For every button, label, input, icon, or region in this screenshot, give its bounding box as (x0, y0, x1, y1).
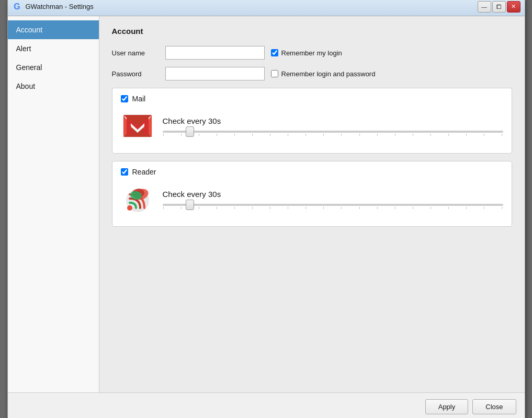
titlebar-left: G GWatchman - Settings (12, 2, 94, 12)
remember-login-password-checkbox[interactable] (271, 70, 278, 77)
section-title: Account (112, 27, 512, 36)
sidebar-item-account[interactable]: Account (8, 20, 99, 39)
close-button[interactable]: Close (472, 399, 516, 414)
mail-service-checkbox[interactable] (121, 95, 128, 102)
username-label: User name (112, 49, 159, 57)
mail-slider-container (163, 131, 503, 136)
sidebar-item-alert[interactable]: Alert (8, 39, 99, 58)
username-input[interactable] (165, 46, 265, 60)
main-body: Account Alert General About Account User… (8, 16, 525, 392)
mail-service-controls: Check every 30s (163, 117, 503, 136)
close-window-button[interactable]: ✕ (507, 1, 520, 13)
reader-service-checkbox[interactable] (121, 168, 128, 176)
app-icon: G (12, 2, 22, 12)
password-input[interactable] (165, 67, 265, 80)
mail-slider-track (163, 131, 503, 133)
username-row: User name Remember my login (112, 46, 512, 60)
password-label: Password (112, 70, 159, 78)
mail-check-interval: Check every 30s (163, 117, 503, 125)
mail-service-panel: Mail (112, 88, 512, 154)
remember-login-password-label: Remember login and password (281, 70, 376, 78)
reader-service-name: Reader (132, 168, 156, 176)
mail-service-name: Mail (132, 95, 146, 103)
sidebar-item-general[interactable]: General (8, 58, 99, 77)
mail-slider-ticks (163, 134, 503, 136)
sidebar: Account Alert General About (8, 16, 99, 392)
sidebar-item-about[interactable]: About (8, 77, 99, 96)
titlebar: G GWatchman - Settings — ⧠ ✕ (8, 0, 525, 16)
reader-slider-track (163, 204, 503, 206)
reader-slider-container (163, 204, 503, 209)
remember-login-password-group: Remember login and password (271, 70, 376, 78)
reader-service-controls: Check every 30s (163, 190, 503, 209)
mail-slider-thumb[interactable] (186, 126, 194, 137)
titlebar-controls: — ⧠ ✕ (478, 1, 520, 13)
reader-icon (121, 182, 154, 216)
reader-service-body: Check every 30s (121, 182, 503, 216)
gmail-icon (121, 109, 154, 143)
mail-service-header: Mail (121, 95, 503, 103)
window-title: GWatchman - Settings (26, 3, 94, 10)
minimize-button[interactable]: — (478, 1, 491, 13)
remember-login-checkbox[interactable] (271, 49, 278, 56)
maximize-button[interactable]: ⧠ (492, 1, 506, 13)
reader-service-header: Reader (121, 168, 503, 176)
app-window: G GWatchman - Settings — ⧠ ✕ Account Ale… (7, 0, 525, 418)
remember-login-group: Remember my login (271, 49, 342, 57)
mail-service-body: Check every 30s (121, 109, 503, 143)
apply-button[interactable]: Apply (425, 399, 469, 414)
footer: Apply Close (8, 392, 525, 418)
remember-login-label: Remember my login (281, 49, 342, 57)
password-row: Password Remember login and password (112, 67, 512, 80)
svg-point-8 (127, 205, 132, 211)
reader-check-interval: Check every 30s (163, 190, 503, 199)
reader-slider-ticks (163, 207, 503, 209)
reader-slider-thumb[interactable] (186, 200, 194, 210)
content-area: Account User name Remember my login Pass… (99, 16, 525, 392)
reader-service-panel: Reader (112, 161, 512, 227)
